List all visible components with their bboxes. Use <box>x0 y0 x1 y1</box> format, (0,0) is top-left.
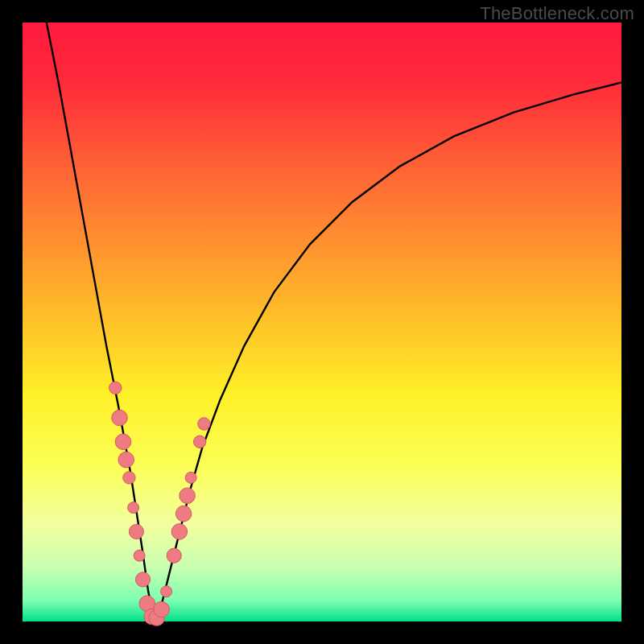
component-marker <box>167 548 181 563</box>
gradient-background <box>23 23 621 621</box>
component-marker <box>109 382 122 394</box>
component-marker <box>135 572 150 587</box>
component-marker <box>175 506 192 522</box>
component-marker <box>185 472 196 483</box>
chart-frame: TheBottleneck.com <box>0 0 644 644</box>
watermark-text: TheBottleneck.com <box>480 3 634 24</box>
component-marker <box>194 436 206 448</box>
component-marker <box>118 452 134 468</box>
component-marker <box>171 524 188 540</box>
component-marker <box>180 488 196 504</box>
component-marker <box>154 601 170 617</box>
component-marker <box>161 586 172 597</box>
bottleneck-chart <box>0 0 644 644</box>
component-marker <box>123 472 135 484</box>
component-marker <box>198 418 210 430</box>
component-marker <box>134 550 145 561</box>
component-marker <box>112 410 128 426</box>
component-marker <box>115 434 131 450</box>
component-marker <box>128 502 139 514</box>
component-marker <box>129 524 143 539</box>
